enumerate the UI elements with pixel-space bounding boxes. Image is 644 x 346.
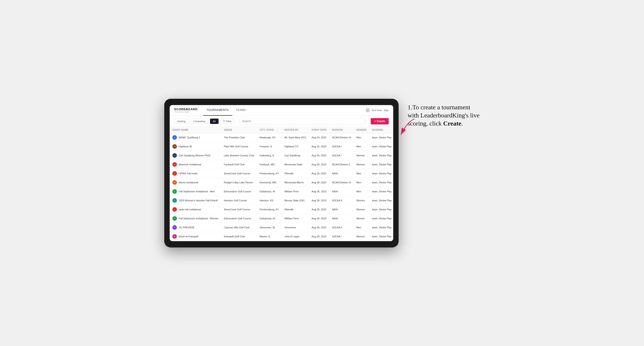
cell-venue: Edmundson Golf Course [221, 214, 257, 223]
cell-venue: Edmundson Golf Course [221, 187, 257, 196]
toolbar: Hosting Competing All Filter + Create [170, 116, 393, 127]
cell-division: NJCAA I [330, 151, 354, 160]
cell-division: NJCAA I [330, 232, 354, 241]
cell-venue: Lake Bracken Country Club [221, 151, 257, 160]
settings-icon[interactable] [366, 108, 370, 112]
cell-venue: Cypress Hills Golf Club [221, 223, 257, 232]
cell-gender: Women [354, 196, 369, 205]
sign-in-label[interactable]: Sign [384, 109, 389, 112]
cell-gender: Women [354, 160, 369, 169]
hosting-button[interactable]: Hosting [174, 119, 188, 124]
cell-scoring: team, Stroke Play [369, 232, 393, 241]
cell-venue: Hesston Golf Course [221, 196, 257, 205]
cell-start-date: Aug 26, 2023 [309, 151, 330, 160]
create-button[interactable]: + Create [371, 118, 389, 124]
cell-hosted-by: Minnesota State [282, 160, 309, 169]
event-name-text: 2023 Women's Hesston Fall Kickoff [179, 199, 218, 202]
table-row: K Klash at Kokopelli Kokopelli Golf Club… [170, 232, 393, 241]
cell-event-name: u upike fall invitational [170, 205, 221, 214]
cell-gender: Men [354, 142, 369, 151]
cell-city-state: Deerwood, MN [257, 178, 282, 187]
annotation-bold: Create [443, 120, 461, 127]
team-icon: u [172, 207, 177, 212]
cell-city-state: Oskaloosa, IA [257, 187, 282, 196]
cell-venue: Park Hills Golf Course [221, 142, 257, 151]
cell-city-state: Galesburg, IL [257, 151, 282, 160]
nav-tabs: TOURNAMENTS TEAMS [203, 105, 250, 116]
team-icon: H [172, 144, 177, 149]
cell-start-date: Aug 28, 2023 [309, 214, 330, 223]
cell-gender: Men [354, 187, 369, 196]
app-header: SCOREBOARD Powered by Clippit TOURNAMENT… [170, 105, 393, 116]
event-name-text: upike fall invitational [179, 208, 201, 211]
event-name-text: Morris Invitational [179, 181, 198, 184]
tablet-screen: SCOREBOARD Powered by Clippit TOURNAMENT… [170, 105, 393, 241]
header-right: Test User Sign [366, 108, 389, 112]
cell-gender: Men [354, 133, 369, 142]
team-icon: 2 [172, 198, 177, 203]
event-name-text: Fall Statesmen Invitational - Men [179, 190, 215, 193]
tab-teams[interactable]: TEAMS [232, 105, 250, 116]
cell-gender: Women [354, 214, 369, 223]
cell-event-name: 2 2023 Women's Hesston Fall Kickoff [170, 196, 221, 205]
tournaments-table: EVENT NAME VENUE CITY, STATE HOSTED BY S… [170, 127, 393, 241]
table-row: F Fall Statesmen Invitational - Women Ed… [170, 214, 393, 223]
cell-venue: Faribault Golf Club [221, 160, 257, 169]
cell-division: NCAA Division III [330, 178, 354, 187]
cell-division: NJCAA I [330, 142, 354, 151]
cell-scoring: team, Stroke Play [369, 160, 393, 169]
cell-event-name: F Fall Statesmen Invitational - Men [170, 187, 221, 196]
team-icon: K [172, 234, 177, 239]
table-row: M Morris Invitational Ruttger's Bay Lake… [170, 178, 393, 187]
team-icon: M [172, 180, 177, 185]
col-start-date: START DATE [309, 127, 330, 133]
competing-button[interactable]: Competing [190, 119, 208, 124]
table-row: V VU PREVIEW Cypress Hills Golf ClubVinc… [170, 223, 393, 232]
event-name-text: Carl Sandburg Women FA23 [179, 154, 210, 157]
outer-wrapper: SCOREBOARD Powered by Clippit TOURNAMENT… [164, 99, 480, 247]
logo-sub: Powered by Clippit [174, 111, 198, 113]
table-row: H Highland 36 Park Hills Golf CourseFree… [170, 142, 393, 151]
cell-scoring: team, Stroke Play [369, 214, 393, 223]
team-icon: U [172, 171, 177, 176]
col-event-name: EVENT NAME [170, 127, 221, 133]
team-icon: M [172, 162, 177, 167]
cell-venue: The Powelton Club [221, 133, 257, 142]
user-label: Test User [372, 109, 382, 112]
search-input[interactable] [239, 118, 365, 124]
cell-gender: Women [354, 205, 369, 214]
cell-hosted-by: Pikeville [282, 169, 309, 178]
cell-event-name: K Klash at Kokopelli [170, 232, 221, 241]
arrow-icon [390, 117, 417, 139]
event-name-text: Klash at Kokopelli [179, 235, 198, 238]
table-row: U UPIKE Fall Invite StoneCrest Golf Cour… [170, 169, 393, 178]
cell-event-name: M Morris Invitational [170, 178, 221, 187]
col-hosted-by: HOSTED BY [282, 127, 309, 133]
cell-hosted-by: William Penn [282, 187, 309, 196]
all-button[interactable]: All [210, 119, 218, 124]
cell-division: NAIA [330, 187, 354, 196]
cell-hosted-by: Minnesota-Morris [282, 178, 309, 187]
tab-tournaments[interactable]: TOURNAMENTS [203, 105, 232, 116]
cell-start-date: Aug 28, 2023 [309, 178, 330, 187]
cell-hosted-by: William Penn [282, 214, 309, 223]
table-row: C Carl Sandburg Women FA23 Lake Bracken … [170, 151, 393, 160]
cell-venue: StoneCrest Golf Course [221, 205, 257, 214]
cell-gender: Women [354, 151, 369, 160]
cell-start-date: Aug 28, 2023 [309, 232, 330, 241]
cell-event-name: C Carl Sandburg Women FA23 [170, 151, 221, 160]
cell-venue: StoneCrest Golf Course [221, 169, 257, 178]
cell-city-state: Oskaloosa, IA [257, 214, 282, 223]
annotation-text-end: . [461, 120, 463, 127]
cell-scoring: team, Stroke Play [369, 142, 393, 151]
cell-division: NCAA Division II [330, 160, 354, 169]
cell-city-state: Marion, IL [257, 232, 282, 241]
filter-button[interactable]: Filter [220, 119, 234, 124]
cell-division: NCAA Division III [330, 133, 354, 142]
table-row: M Maverick Invitational Faribault Golf C… [170, 160, 393, 169]
cell-scoring: team, Stroke Play [369, 196, 393, 205]
cell-event-name: F Fall Statesmen Invitational - Women [170, 214, 221, 223]
cell-event-name: M MSMC Qualifying 1 [170, 133, 221, 142]
filter-icon [223, 120, 225, 122]
cell-venue: Ruttger's Bay Lake Resort [221, 178, 257, 187]
